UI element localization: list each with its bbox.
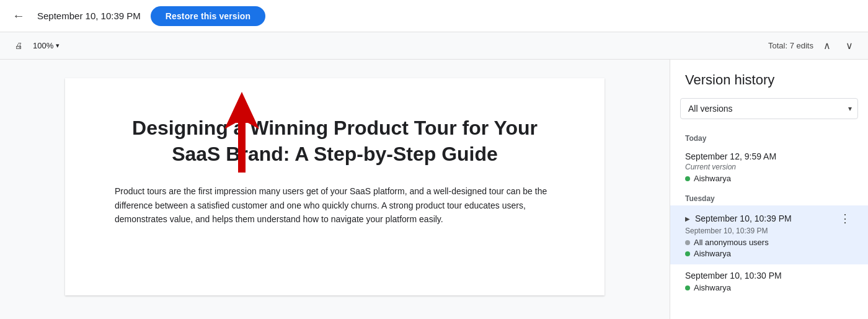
print-icon: 🖨 [15,41,23,50]
doc-date: September 10, 10:39 PM [37,11,141,21]
user-dot-green-sep10-1039 [685,251,690,256]
user-aishwarya-sep10-1039: Aishwarya [685,249,853,258]
doc-body: Product tours are the first impression m… [115,184,555,226]
version-users-sep10-1039: All anonymous users Aishwarya [685,238,853,258]
version-date-sep10-1039: September 10, 10:39 PM [695,213,792,223]
print-button[interactable]: 🖨 [10,38,28,53]
expand-arrow-icon: ▶ [685,215,690,222]
back-icon: ← [12,9,25,23]
version-date-sep10-1030: September 10, 10:30 PM [685,271,782,281]
version-item-sep10-1039[interactable]: ▶ September 10, 10:39 PM ⋮ September 10,… [670,205,868,264]
version-filter-select[interactable]: All versions Named versions [680,98,858,119]
zoom-chevron-icon: ▾ [56,42,60,50]
restore-button[interactable]: Restore this version [151,6,265,26]
user-aishwarya-sep12: Aishwarya [685,174,853,183]
version-item-sep12[interactable]: September 12, 9:59 AM Current version Ai… [670,145,868,189]
version-history-title: Version history [670,70,868,98]
version-item-sep10-1039-header: ▶ September 10, 10:39 PM ⋮ [685,212,853,225]
main-area: Designing a Winning Product Tour for You… [0,60,868,319]
nav-up-button[interactable]: ∧ [818,37,836,55]
version-date-sep12: September 12, 9:59 AM [685,151,776,161]
version-menu-button[interactable]: ⋮ [837,212,853,225]
version-item-sep12-header: September 12, 9:59 AM [685,151,853,161]
zoom-value: 100% [33,41,53,50]
version-item-sep10-1030[interactable]: September 10, 10:30 PM Aishwarya [670,264,868,299]
user-dot-green-sep12 [685,176,690,181]
version-history-panel: Version history All versions Named versi… [670,60,868,319]
version-users-sep12: Aishwarya [685,174,853,183]
total-edits-label: Total: 7 edits [768,41,813,50]
user-name-anonymous: All anonymous users [694,238,769,247]
back-button[interactable]: ← [10,6,27,25]
version-users-sep10-1030: Aishwarya [685,283,853,292]
toolbar: 🖨 100% ▾ Total: 7 edits ∧ ∨ [0,32,868,60]
user-dot-green-sep10-1030 [685,285,690,290]
user-name-aishwarya-sep10-1030: Aishwarya [694,283,731,292]
top-bar: ← September 10, 10:39 PM Restore this ve… [0,0,868,32]
section-tuesday: Tuesday [670,189,868,205]
zoom-selector[interactable]: 100% ▾ [28,38,64,53]
user-aishwarya-sep10-1030: Aishwarya [685,283,853,292]
chevron-down-icon: ∨ [846,40,853,52]
section-today: Today [670,129,868,145]
toolbar-right: Total: 7 edits ∧ ∨ [768,37,858,55]
user-anonymous-sep10: All anonymous users [685,238,853,247]
nav-down-button[interactable]: ∨ [841,37,858,55]
version-sub-date-sep10-1039: September 10, 10:39 PM [685,227,853,235]
doc-page: Designing a Winning Product Tour for You… [65,78,604,295]
doc-title: Designing a Winning Product Tour for You… [115,115,555,167]
chevron-up-icon: ∧ [823,40,831,52]
doc-area: Designing a Winning Product Tour for You… [0,60,670,319]
user-name-sep12: Aishwarya [694,174,731,183]
version-item-sep10-1030-header: September 10, 10:30 PM [685,271,853,281]
user-dot-gray-sep10 [685,240,690,245]
version-filter[interactable]: All versions Named versions ▾ [680,98,858,119]
user-name-aishwarya-sep10-1039: Aishwarya [694,249,731,258]
current-version-label: Current version [685,163,853,171]
